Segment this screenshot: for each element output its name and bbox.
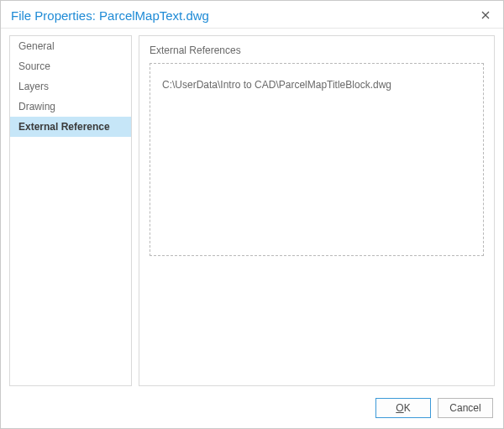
ok-button[interactable]: OK xyxy=(375,398,431,418)
sidebar-item-drawing[interactable]: Drawing xyxy=(10,97,131,117)
button-label: Cancel xyxy=(449,402,480,414)
sidebar-item-layers[interactable]: Layers xyxy=(10,76,131,97)
titlebar: File Properties: ParcelMapText.dwg xyxy=(1,1,503,29)
external-references-list[interactable]: C:\UserData\Intro to CAD\ParcelMapTitleB… xyxy=(150,63,484,256)
dialog-footer: OK Cancel xyxy=(1,391,503,428)
sidebar-item-label: External Reference xyxy=(18,121,110,133)
sidebar-item-general[interactable]: General xyxy=(10,36,131,56)
close-icon xyxy=(481,11,490,19)
list-item[interactable]: C:\UserData\Intro to CAD\ParcelMapTitleB… xyxy=(162,79,471,91)
sidebar-item-source[interactable]: Source xyxy=(10,56,131,76)
sidebar-item-label: Layers xyxy=(18,81,49,92)
section-title: External References xyxy=(150,44,484,56)
sidebar-item-label: Drawing xyxy=(18,101,55,112)
button-label: OK xyxy=(396,402,410,414)
sidebar-item-external-reference[interactable]: External Reference xyxy=(10,117,131,137)
file-properties-dialog: File Properties: ParcelMapText.dwg Gener… xyxy=(0,0,504,429)
cancel-button[interactable]: Cancel xyxy=(438,398,493,418)
dialog-title: File Properties: ParcelMapText.dwg xyxy=(11,8,209,23)
close-button[interactable] xyxy=(476,6,495,24)
sidebar: General Source Layers Drawing External R… xyxy=(9,35,132,386)
content-panel: External References C:\UserData\Intro to… xyxy=(139,35,495,386)
sidebar-item-label: Source xyxy=(18,60,50,72)
dialog-body: General Source Layers Drawing External R… xyxy=(1,29,503,391)
sidebar-item-label: General xyxy=(18,40,55,52)
